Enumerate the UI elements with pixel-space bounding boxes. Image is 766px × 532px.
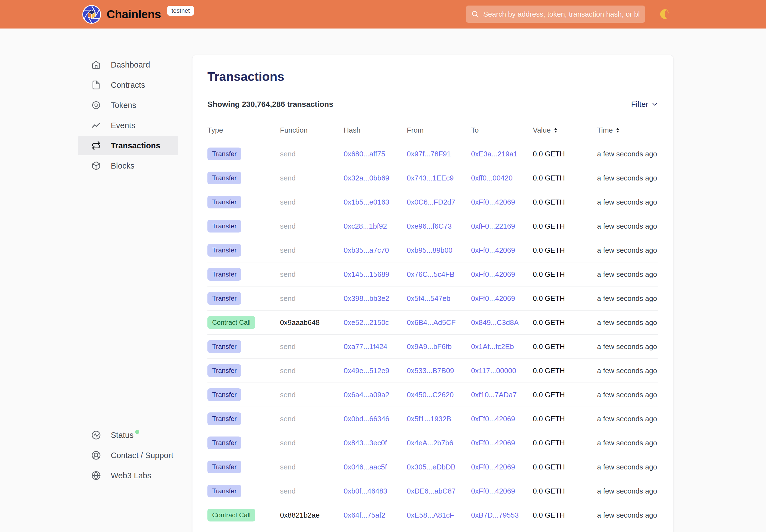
tx-value: 0.0 GETH — [533, 439, 565, 447]
tx-hash-link[interactable]: 0x6a4...a09a2 — [344, 391, 390, 399]
tx-hash-link[interactable]: 0x49e...512e9 — [344, 366, 390, 375]
from-address-link[interactable]: 0x450...C2620 — [407, 391, 454, 399]
tx-type-badge: Transfer — [207, 172, 241, 184]
sidebar-item-web3-labs[interactable]: Web3 Labs — [78, 466, 178, 485]
from-address-link[interactable]: 0x743...1EEc9 — [407, 174, 454, 182]
sidebar-item-events[interactable]: Events — [78, 116, 178, 135]
from-address-link[interactable]: 0x97f...78F91 — [407, 150, 451, 158]
tx-value: 0.0 GETH — [533, 511, 565, 519]
sidebar-nav: Dashboard Contracts Tokens Events T — [78, 55, 178, 176]
to-address-link[interactable]: 0xfF0...22169 — [471, 222, 515, 230]
tx-hash-link[interactable]: 0x0bd...66346 — [344, 415, 390, 423]
to-address-link[interactable]: 0xFf0...42069 — [471, 294, 515, 303]
dark-mode-toggle[interactable] — [659, 8, 671, 20]
tx-value: 0.0 GETH — [533, 487, 565, 495]
from-address-link[interactable]: 0x5f4...547eb — [407, 294, 451, 303]
tx-value: 0.0 GETH — [533, 366, 565, 375]
sidebar-item-contracts[interactable]: Contracts — [78, 75, 178, 95]
to-address-link[interactable]: 0xFf0...42069 — [471, 270, 515, 278]
tx-value: 0.0 GETH — [533, 150, 565, 158]
to-address-link[interactable]: 0xFf0...42069 — [471, 198, 515, 206]
to-address-link[interactable]: 0xf10...7ADa7 — [471, 391, 517, 399]
tx-hash-link[interactable]: 0x398...bb3e2 — [344, 294, 390, 303]
column-header-value[interactable]: Value — [533, 126, 597, 135]
from-address-link[interactable]: 0xE58...A81cF — [407, 511, 454, 519]
table-row: Transfersend0x680...aff750x97f...78F910x… — [207, 142, 658, 166]
status-online-dot — [135, 430, 139, 434]
to-address-link[interactable]: 0x849...C3d8A — [471, 318, 519, 327]
tx-type-badge: Transfer — [207, 461, 241, 473]
tx-hash-link[interactable]: 0x145...15689 — [344, 270, 390, 278]
column-header-hash: Hash — [344, 126, 407, 135]
to-address-link[interactable]: 0xFf0...42069 — [471, 487, 515, 495]
tx-type-badge: Transfer — [207, 268, 241, 281]
page-title: Transactions — [207, 69, 658, 84]
from-address-link[interactable]: 0xb95...89b00 — [407, 246, 453, 254]
from-address-link[interactable]: 0x76C...5c4FB — [407, 270, 455, 278]
column-label: Time — [597, 126, 613, 135]
tx-function: send — [280, 366, 295, 375]
from-address-link[interactable]: 0xDE6...abC87 — [407, 487, 456, 495]
to-address-link[interactable]: 0x1Af...fc2Eb — [471, 342, 514, 351]
from-address-link[interactable]: 0x305...eDbDB — [407, 463, 456, 471]
top-header-bar: Chainlens testnet — [0, 0, 766, 29]
from-address-link[interactable]: 0x6B4...Ad5CF — [407, 318, 456, 327]
tx-hash-link[interactable]: 0xb35...a7c70 — [344, 246, 389, 254]
sidebar-item-transactions[interactable]: Transactions — [78, 136, 178, 155]
to-address-link[interactable]: 0xE3a...219a1 — [471, 150, 518, 158]
column-header-to: To — [471, 126, 533, 135]
tx-value: 0.0 GETH — [533, 174, 565, 182]
from-address-link[interactable]: 0x5f1...1932B — [407, 415, 451, 423]
to-address-link[interactable]: 0xFf0...42069 — [471, 415, 515, 423]
tx-hash-link[interactable]: 0x1b5...e0163 — [344, 198, 390, 206]
tx-hash-link[interactable]: 0x843...3ec0f — [344, 439, 387, 447]
sidebar-item-blocks[interactable]: Blocks — [78, 156, 178, 175]
tx-function: send — [280, 294, 295, 303]
tx-type-badge: Transfer — [207, 340, 241, 353]
sidebar-item-label: Status — [111, 431, 133, 440]
column-label: From — [407, 126, 424, 135]
table-row: Transfersend0x49e...512e90x533...B7B090x… — [207, 359, 658, 383]
sidebar-item-dashboard[interactable]: Dashboard — [78, 55, 178, 74]
tx-type-badge: Transfer — [207, 437, 241, 449]
tx-value: 0.0 GETH — [533, 391, 565, 399]
brand[interactable]: Chainlens testnet — [82, 4, 194, 24]
from-address-link[interactable]: 0x4eA...2b7b6 — [407, 439, 453, 447]
to-address-link[interactable]: 0xff0...00420 — [471, 174, 513, 182]
search-input[interactable] — [483, 10, 640, 19]
table-body: Transfersend0x680...aff750x97f...78F910x… — [207, 142, 658, 527]
swap-repeat-icon — [91, 141, 101, 150]
tx-hash-link[interactable]: 0x32a...0bb69 — [344, 174, 390, 182]
tx-value: 0.0 GETH — [533, 342, 565, 351]
sidebar-item-label: Blocks — [111, 161, 134, 171]
sidebar-item-tokens[interactable]: Tokens — [78, 95, 178, 115]
from-address-link[interactable]: 0x533...B7B09 — [407, 366, 454, 375]
tx-hash-link[interactable]: 0xc28...1bf92 — [344, 222, 387, 230]
filter-button[interactable]: Filter — [631, 100, 658, 109]
sidebar-item-status[interactable]: Status — [78, 425, 178, 445]
tx-time: a few seconds ago — [597, 294, 657, 303]
tx-hash-link[interactable]: 0xb0f...46483 — [344, 487, 388, 495]
to-address-link[interactable]: 0xFf0...42069 — [471, 439, 515, 447]
tx-hash-link[interactable]: 0x046...aac5f — [344, 463, 387, 471]
sidebar-item-contact-support[interactable]: Contact / Support — [78, 446, 178, 465]
moon-icon — [659, 8, 671, 20]
from-address-link[interactable]: 0x0C6...FD2d7 — [407, 198, 455, 206]
from-address-link[interactable]: 0x9A9...bF6fb — [407, 342, 452, 351]
tx-hash-link[interactable]: 0x680...aff75 — [344, 150, 385, 158]
from-address-link[interactable]: 0xe96...f6C73 — [407, 222, 452, 230]
to-address-link[interactable]: 0xB7D...79553 — [471, 511, 519, 519]
column-header-type: Type — [207, 126, 280, 135]
tx-value: 0.0 GETH — [533, 318, 565, 327]
status-activity-icon — [91, 430, 101, 440]
tx-hash-link[interactable]: 0xa77...1f424 — [344, 342, 388, 351]
to-address-link[interactable]: 0xFf0...42069 — [471, 246, 515, 254]
tx-hash-link[interactable]: 0xe52...2150c — [344, 318, 389, 327]
tx-hash-link[interactable]: 0x64f...75af2 — [344, 511, 385, 519]
chevron-down-icon — [651, 101, 658, 108]
to-address-link[interactable]: 0x117...00000 — [471, 366, 516, 375]
tx-time: a few seconds ago — [597, 391, 657, 399]
to-address-link[interactable]: 0xFf0...42069 — [471, 463, 515, 471]
column-header-time[interactable]: Time — [597, 126, 658, 135]
tx-function: send — [280, 270, 295, 278]
